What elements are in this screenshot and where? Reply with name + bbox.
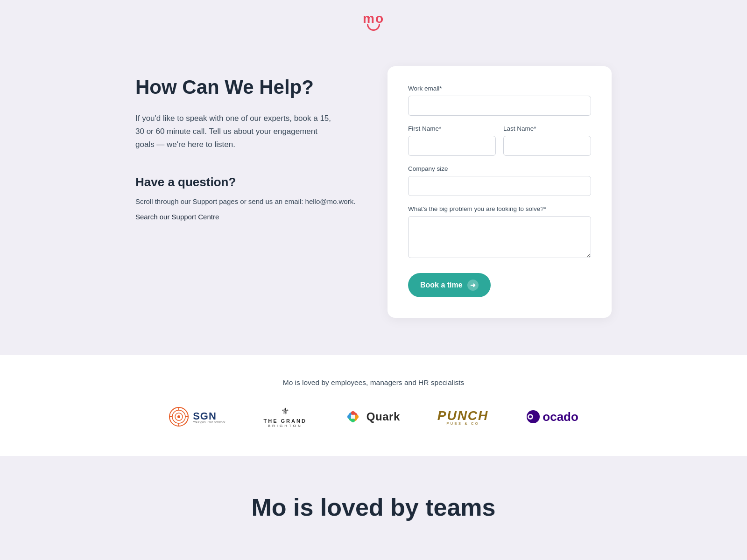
svg-point-9 bbox=[351, 411, 355, 415]
punch-text: PUNCH bbox=[437, 408, 489, 423]
svg-point-12 bbox=[347, 415, 351, 419]
logos-section: Mo is loved by employees, managers and H… bbox=[0, 355, 747, 456]
first-name-group: First Name* bbox=[408, 125, 496, 156]
work-email-group: Work email* bbox=[408, 85, 591, 116]
left-content: How Can We Help? If you'd like to speak … bbox=[135, 66, 359, 221]
logo: mo bbox=[363, 11, 384, 31]
quark-icon bbox=[344, 408, 362, 426]
ocado-text: ocado bbox=[543, 410, 578, 424]
main-heading: How Can We Help? bbox=[135, 76, 359, 99]
svg-point-10 bbox=[355, 415, 359, 419]
ocado-icon bbox=[526, 409, 541, 424]
svg-point-15 bbox=[529, 415, 532, 418]
first-name-label: First Name* bbox=[408, 125, 496, 132]
ocado-logo: ocado bbox=[526, 409, 578, 424]
contact-form-card: Work email* First Name* Last Name* Compa… bbox=[388, 66, 612, 318]
logos-row: SGN Your gas. Our network. ⚜ THE GRAND B… bbox=[117, 406, 630, 428]
grand-text-line1: THE GRAND bbox=[263, 418, 306, 424]
last-name-group: Last Name* bbox=[503, 125, 591, 156]
name-row: First Name* Last Name* bbox=[408, 125, 591, 156]
svg-point-11 bbox=[351, 419, 355, 422]
first-name-input[interactable] bbox=[408, 136, 496, 156]
work-email-label: Work email* bbox=[408, 85, 591, 92]
problem-label: What's the big problem you are looking t… bbox=[408, 205, 591, 212]
main-section: How Can We Help? If you'd like to speak … bbox=[117, 38, 630, 355]
support-centre-link[interactable]: Search our Support Centre bbox=[135, 213, 219, 221]
header: mo bbox=[0, 0, 747, 38]
sgn-text-block: SGN Your gas. Our network. bbox=[193, 410, 226, 424]
company-size-input[interactable] bbox=[408, 176, 591, 196]
quark-text: Quark bbox=[366, 410, 400, 423]
book-button-label: Book a time bbox=[420, 281, 463, 289]
question-heading: Have a question? bbox=[135, 175, 359, 189]
svg-point-3 bbox=[177, 415, 180, 418]
last-name-input[interactable] bbox=[503, 136, 591, 156]
arrow-icon: ➜ bbox=[467, 280, 479, 291]
problem-group: What's the big problem you are looking t… bbox=[408, 205, 591, 260]
quark-logo: Quark bbox=[344, 408, 400, 426]
punch-text-block: PUNCH PUBS & CO bbox=[437, 408, 489, 426]
sgn-subtext: Your gas. Our network. bbox=[193, 420, 226, 424]
punch-logo: PUNCH PUBS & CO bbox=[437, 408, 489, 426]
grand-icon: ⚜ THE GRAND BRIGHTON bbox=[263, 406, 306, 428]
sgn-icon bbox=[169, 406, 189, 427]
logo-smile-icon bbox=[367, 24, 380, 31]
bottom-section: Mo is loved by teams bbox=[0, 456, 747, 559]
sgn-logo: SGN Your gas. Our network. bbox=[169, 406, 226, 427]
sgn-name: SGN bbox=[193, 410, 217, 422]
grand-logo: ⚜ THE GRAND BRIGHTON bbox=[263, 406, 306, 428]
problem-textarea[interactable] bbox=[408, 216, 591, 258]
last-name-label: Last Name* bbox=[503, 125, 591, 132]
company-size-group: Company size bbox=[408, 165, 591, 196]
grand-text-line2: BRIGHTON bbox=[263, 424, 306, 428]
company-size-label: Company size bbox=[408, 165, 591, 172]
bottom-heading: Mo is loved by teams bbox=[19, 493, 728, 521]
book-time-button[interactable]: Book a time ➜ bbox=[408, 273, 491, 297]
support-text: Scroll through our Support pages or send… bbox=[135, 196, 359, 207]
logos-tagline: Mo is loved by employees, managers and H… bbox=[19, 378, 728, 387]
main-description: If you'd like to speak with one of our e… bbox=[135, 112, 331, 151]
work-email-input[interactable] bbox=[408, 96, 591, 116]
